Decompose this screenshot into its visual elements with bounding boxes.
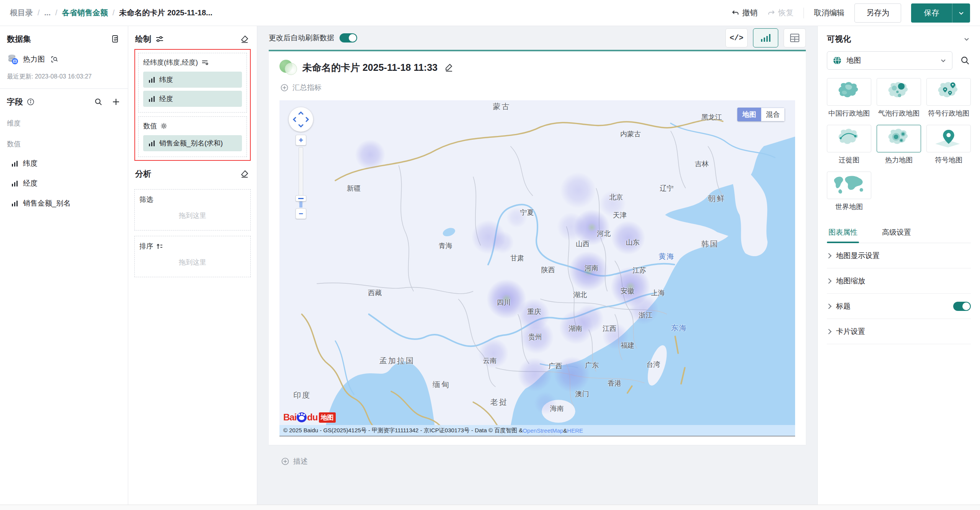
cancel-edit-button[interactable]: 取消编辑 [814,8,844,18]
map-zoom-out-button[interactable]: − [296,208,306,219]
horizontal-scrollbar[interactable] [0,505,980,510]
pencil-icon [444,63,454,72]
field-item-sales[interactable]: 销售金额_别名 [7,198,121,208]
app-root: 根目录 / ... / 各省销售金额 / 未命名的卡片 2025-11-18..… [0,0,980,510]
chevron-down-icon [940,57,947,64]
bar-chart-icon [149,76,155,83]
section-title[interactable]: 标题 [827,294,971,319]
save-dropdown-button[interactable] [952,3,970,23]
toolbar-divider [804,8,804,18]
field-item-longitude[interactable]: 经度 [7,178,121,188]
chip-longitude[interactable]: 经度 [143,91,242,107]
measure-group-label: 数值 [7,139,121,149]
map-type-heat[interactable]: 热力地图 [877,125,921,165]
title-toggle[interactable] [953,302,971,311]
map-label: 辽宁 [660,184,674,193]
map-zoom-in-button[interactable]: + [296,135,306,145]
chip-latitude[interactable]: 纬度 [143,72,242,88]
map-label: 蒙古 [493,101,511,111]
map-label: 台湾 [647,360,660,369]
viz-tabs: 图表属性 高级设置 [827,223,971,243]
map-type-china-admin[interactable]: 中国行政地图 [827,78,871,118]
preview-icon [50,55,59,64]
filter-placeholder: 拖到这里 [139,211,246,220]
breadcrumb-ellipsis[interactable]: ... [44,8,51,17]
map-layer-toggle: 地图 混合 [737,108,785,121]
chart-type-select[interactable]: 地图 [827,51,952,70]
dataset-panel-title: 数据集 [7,34,31,44]
chip-sales-sum[interactable]: 销售金额_别名(求和) [143,135,242,151]
map-label: 安徽 [621,286,634,296]
bar-chart-icon [11,200,18,207]
map-label: 老挝 [490,397,508,407]
eraser-icon [240,34,249,44]
map-label: 山西 [576,239,590,248]
database-icon [7,54,18,65]
undo-button[interactable]: 撤销 [732,8,758,18]
tab-chart-properties[interactable]: 图表属性 [827,223,859,243]
map-type-grid: 中国行政地图 气泡行政地图 [827,78,971,211]
osm-link[interactable]: OpenStreetMap [523,427,563,434]
breadcrumb-separator: / [55,8,57,17]
code-view-button[interactable]: </> [725,28,748,47]
map-pan-compass[interactable] [289,107,313,132]
breadcrumb-root[interactable]: 根目录 [10,8,33,18]
add-description[interactable]: 描述 [257,445,817,478]
map-type-symbol-admin[interactable]: 符号行政地图 [926,78,971,118]
section-map-zoom[interactable]: 地图缩放 [827,268,971,294]
switch-dataset-button[interactable] [110,34,121,44]
map-label: 河北 [597,229,611,238]
field-item-latitude[interactable]: 纬度 [7,159,121,168]
circle-plus-icon [281,457,289,466]
map-layer-option-map[interactable]: 地图 [737,108,761,121]
save-button[interactable]: 保存 [911,3,952,23]
map-label: 西藏 [368,288,382,298]
map-label: 韩国 [701,239,719,249]
breadcrumb-folder[interactable]: 各省销售金额 [62,8,108,18]
globe-icon [833,56,842,65]
map-canvas[interactable]: 蒙古黑龙江内蒙古吉林辽宁朝鲜新疆北京天津河北宁夏山西山东韩国青海黄海甘肃陕西河南… [279,100,795,436]
add-summary-metric[interactable]: 汇总指标 [269,77,806,98]
dataset-row[interactable]: 热力图 [7,54,121,65]
sort-drop-zone[interactable]: 排序 拖到这里 [134,236,251,277]
clear-draw-button[interactable] [239,34,250,44]
auto-refresh-toggle[interactable] [340,33,357,42]
map-type-bubble-admin[interactable]: 气泡行政地图 [877,78,921,118]
map-zoom-handle[interactable] [296,195,306,201]
add-field-button[interactable] [111,97,121,107]
tab-advanced-settings[interactable]: 高级设置 [880,223,913,243]
collapse-panel-button[interactable] [962,35,971,43]
fields-title: 字段 [7,96,23,107]
table-view-button[interactable] [784,28,806,47]
topbar: 根目录 / ... / 各省销售金额 / 未命名的卡片 2025-11-18..… [0,0,980,26]
section-map-display-settings[interactable]: 地图显示设置 [827,243,971,268]
search-fields-button[interactable] [93,97,103,107]
map-type-migration[interactable]: 迁徙图 [827,125,871,165]
clear-analysis-button[interactable] [239,168,250,179]
filter-drop-zone[interactable]: 筛选 拖到这里 [134,189,251,230]
chart-card: 未命名的卡片 2025-11-18 11:33 汇总指标 [269,50,806,445]
here-link[interactable]: HERE [567,427,583,434]
map-label: 广东 [585,361,599,370]
dataset-updated: 最近更新: 2023-08-03 16:03:27 [7,73,121,81]
save-as-button[interactable]: 另存为 [854,3,901,23]
edit-title-button[interactable] [444,62,454,73]
map-layer-option-hybrid[interactable]: 混合 [761,108,785,121]
chevron-right-icon [826,278,831,283]
map-label: 缅甸 [433,379,450,389]
map-label: 宁夏 [520,208,534,217]
latlng-label: 经纬度(纬度,经度) [143,58,198,67]
topbar-actions: 撤销 恢复 取消编辑 另存为 保存 [732,3,970,23]
dataset-name: 热力图 [23,54,45,64]
map-type-symbol[interactable]: 符号地图 [926,125,971,165]
map-labels-layer: 蒙古黑龙江内蒙古吉林辽宁朝鲜新疆北京天津河北宁夏山西山东韩国青海黄海甘肃陕西河南… [279,100,795,436]
value-drop-zone[interactable]: 数值 销售金额_别名(求和) [138,116,247,157]
search-chart-type-button[interactable] [959,55,971,66]
latlng-drop-zone[interactable]: 经纬度(纬度,经度) 纬度 经度 [138,53,247,113]
section-card-settings[interactable]: 卡片设置 [827,319,971,344]
redo-button[interactable]: 恢复 [768,8,794,18]
map-type-world[interactable]: 世界地图 [827,172,871,211]
chart-view-button[interactable] [753,28,778,47]
switch-dataset-icon [111,34,120,44]
preview-dataset-button[interactable] [49,54,59,64]
